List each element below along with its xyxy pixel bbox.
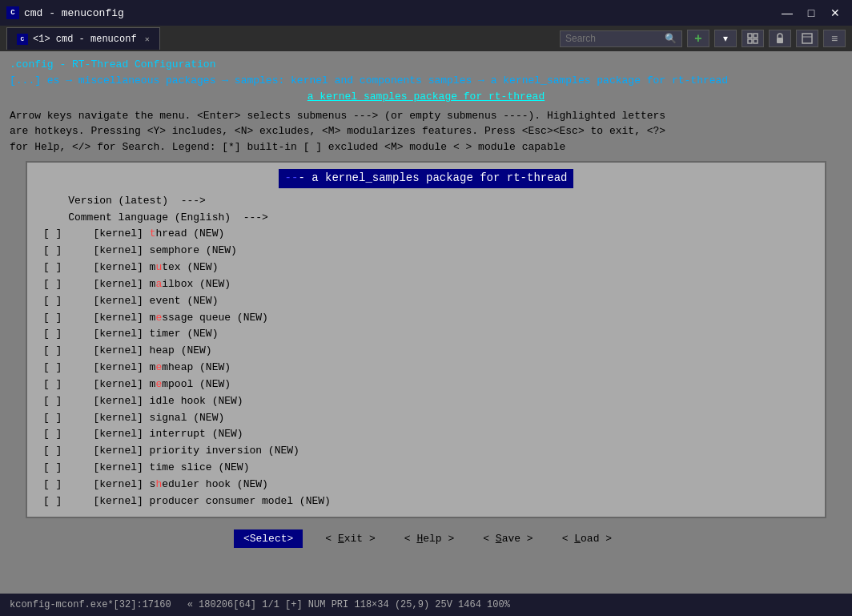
menu-item-producer-consumer[interactable]: [ ] [kernel] producer consumer model (NE… bbox=[27, 493, 825, 510]
help-hotkey: H bbox=[416, 533, 423, 545]
svg-rect-5 bbox=[802, 34, 812, 43]
svg-rect-3 bbox=[754, 39, 758, 43]
tab-close-icon[interactable]: ✕ bbox=[145, 34, 150, 44]
search-box[interactable]: 🔍 bbox=[560, 30, 682, 47]
lock-button[interactable] bbox=[769, 30, 791, 47]
menu-item-mailbox[interactable]: [ ] [kernel] mailbox (NEW) bbox=[27, 276, 825, 293]
position-info: « 180206[64] 1/1 [+] NUM PRI 118×34 (25,… bbox=[187, 599, 510, 610]
select-button[interactable]: <Select> bbox=[234, 529, 303, 548]
menu-item-idle-hook[interactable]: [ ] [kernel] idle hook (NEW) bbox=[27, 393, 825, 410]
menu-item-time-slice[interactable]: [ ] [kernel] time slice (NEW) bbox=[27, 460, 825, 477]
menu-item-interrupt[interactable]: [ ] [kernel] interrupt (NEW) bbox=[27, 426, 825, 443]
title-bar-controls: — □ ✕ bbox=[777, 5, 846, 21]
tab-icon: C bbox=[17, 34, 28, 45]
close-button[interactable]: ✕ bbox=[825, 5, 846, 21]
layout-icon bbox=[802, 33, 813, 44]
help-button[interactable]: < Help > bbox=[398, 529, 460, 548]
menu-button[interactable]: ≡ bbox=[823, 30, 846, 47]
tab-cmd-menuconf[interactable]: C <1> cmd - menuconf ✕ bbox=[6, 27, 160, 50]
view-icon bbox=[747, 33, 758, 44]
maximize-button[interactable]: □ bbox=[801, 5, 822, 21]
title-bar: C cmd - menuconfig — □ ✕ bbox=[0, 0, 852, 26]
title-bar-left: C cmd - menuconfig bbox=[6, 6, 124, 19]
menu-item-event[interactable]: [ ] [kernel] event (NEW) bbox=[27, 293, 825, 310]
menu-item-timer[interactable]: [ ] [kernel] timer (NEW) bbox=[27, 326, 825, 343]
svg-rect-1 bbox=[754, 34, 758, 38]
config-line: .config - RT-Thread Configuration bbox=[10, 58, 842, 72]
lock-icon bbox=[775, 33, 785, 44]
window-title: cmd - menuconfig bbox=[24, 7, 124, 19]
process-info: kconfig-mconf.exe*[32]:17160 bbox=[10, 599, 171, 610]
save-hotkey: S bbox=[496, 533, 502, 545]
load-hotkey: L bbox=[574, 533, 581, 545]
save-button[interactable]: < Save > bbox=[476, 529, 539, 548]
breadcrumb: [...] es → miscellaneous packages → samp… bbox=[10, 74, 842, 88]
menu-item-message-queue[interactable]: [ ] [kernel] message queue (NEW) bbox=[27, 310, 825, 327]
menu-item-memheap[interactable]: [ ] [kernel] memheap (NEW) bbox=[27, 360, 825, 376]
help-text: Arrow keys navigate the menu. <Enter> se… bbox=[10, 108, 842, 155]
menu-item-mempool[interactable]: [ ] [kernel] mempool (NEW) bbox=[27, 376, 825, 393]
terminal-area: .config - RT-Thread Configuration [...] … bbox=[0, 51, 852, 594]
tab-toolbar: 🔍 + ▾ ≡ bbox=[560, 30, 846, 47]
search-input[interactable] bbox=[565, 33, 661, 44]
view-button[interactable] bbox=[741, 30, 764, 47]
menu-item-heap[interactable]: [ ] [kernel] heap (NEW) bbox=[27, 343, 825, 360]
menu-panel: --- a kernel_samples package for rt-thre… bbox=[26, 161, 826, 518]
minimize-button[interactable]: — bbox=[777, 5, 798, 21]
menu-item-mutex[interactable]: [ ] [kernel] mutex (NEW) bbox=[27, 260, 825, 276]
menu-item-comment-lang[interactable]: Comment language (English) ---> bbox=[27, 210, 825, 227]
exit-hotkey: E bbox=[338, 533, 344, 545]
menu-item-priority-inversion[interactable]: [ ] [kernel] priority inversion (NEW) bbox=[27, 443, 825, 460]
status-bar: kconfig-mconf.exe*[32]:17160 « 180206[64… bbox=[0, 594, 852, 616]
menu-item-sheduler-hook[interactable]: [ ] [kernel] sheduler hook (NEW) bbox=[27, 477, 825, 493]
section-title: a kernel_samples package for rt-thread bbox=[10, 90, 842, 104]
load-button[interactable]: < Load > bbox=[556, 529, 618, 548]
svg-rect-0 bbox=[748, 34, 752, 38]
menu-item-signal[interactable]: [ ] [kernel] signal (NEW) bbox=[27, 410, 825, 427]
tab-label: <1> cmd - menuconf bbox=[33, 34, 137, 45]
dropdown-button[interactable]: ▾ bbox=[714, 30, 737, 47]
svg-rect-2 bbox=[748, 39, 752, 43]
svg-rect-4 bbox=[777, 38, 783, 43]
exit-button[interactable]: < Exit > bbox=[319, 529, 381, 548]
menu-item-semphore[interactable]: [ ] [kernel] semphore (NEW) bbox=[27, 243, 825, 260]
menu-item-thread[interactable]: [ ] [kernel] thread (NEW) bbox=[27, 226, 825, 243]
search-icon: 🔍 bbox=[665, 33, 677, 45]
menu-title: --- a kernel_samples package for rt-thre… bbox=[279, 169, 574, 188]
tab-bar: C <1> cmd - menuconf ✕ 🔍 + ▾ bbox=[0, 26, 852, 51]
layout-button[interactable] bbox=[796, 30, 818, 47]
app-icon: C bbox=[6, 6, 19, 19]
bottom-bar: <Select> < Exit > < Help > < Save > < Lo… bbox=[10, 518, 842, 560]
add-button[interactable]: + bbox=[687, 30, 709, 47]
menu-item-version[interactable]: Version (latest) ---> bbox=[27, 193, 825, 210]
